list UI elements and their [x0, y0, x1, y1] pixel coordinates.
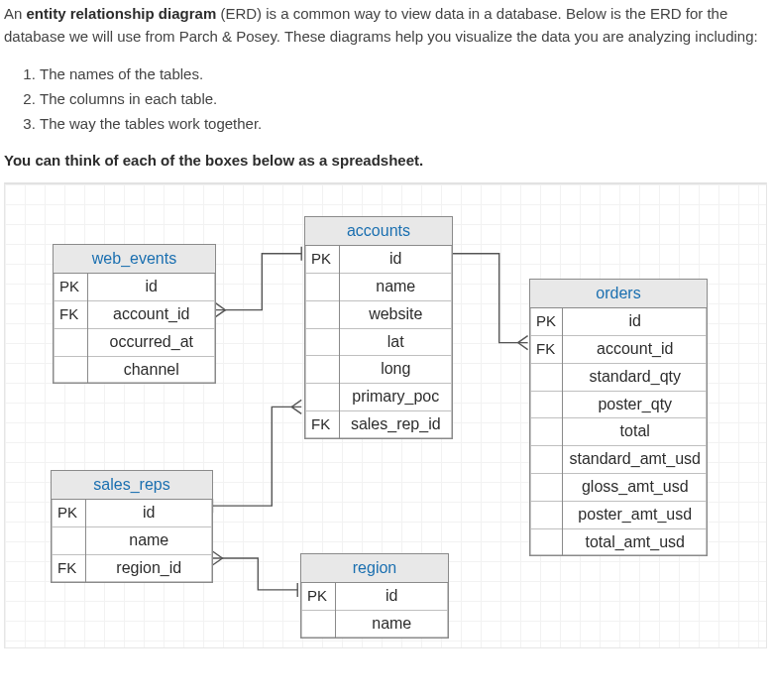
table-title: accounts — [305, 217, 452, 247]
col-cell: poster_qty — [563, 391, 707, 418]
table-accounts: accounts PKid name website lat long prim… — [304, 216, 453, 439]
col-cell: id — [87, 274, 215, 300]
col-cell: total_amt_usd — [563, 528, 707, 555]
intro-list: The names of the tables. The columns in … — [40, 62, 772, 136]
col-cell: sales_rep_id — [339, 411, 452, 438]
col-cell: occurred_at — [87, 328, 215, 356]
erd-diagram: web_events PKid FKaccount_id occurred_at… — [4, 182, 767, 648]
key-cell — [54, 356, 87, 383]
key-cell — [530, 363, 563, 391]
key-cell — [305, 328, 339, 356]
table-title: sales_reps — [52, 471, 212, 501]
col-cell: account_id — [87, 301, 215, 329]
col-cell: channel — [87, 356, 215, 383]
key-cell: PK — [305, 246, 339, 273]
col-cell: long — [339, 356, 452, 384]
key-cell: FK — [52, 554, 85, 581]
intro-paragraph: An entity relationship diagram (ERD) is … — [4, 2, 772, 49]
table-title: orders — [530, 280, 707, 309]
table-region: region PKid name — [300, 553, 449, 639]
table-web-events: web_events PKid FKaccount_id occurred_at… — [53, 244, 216, 385]
col-cell: poster_amt_usd — [563, 501, 707, 528]
col-cell: id — [339, 246, 452, 273]
key-cell — [530, 474, 563, 502]
key-cell: PK — [301, 583, 335, 610]
key-cell: PK — [530, 308, 563, 335]
col-cell: name — [335, 611, 448, 638]
col-cell: standard_amt_usd — [563, 446, 707, 474]
list-item: The names of the tables. — [40, 62, 772, 85]
key-cell — [305, 384, 339, 411]
table-title: region — [301, 554, 448, 584]
key-cell: PK — [52, 500, 85, 526]
bold-sentence: You can think of each of the boxes below… — [4, 149, 772, 172]
list-item: The way the tables work together. — [40, 112, 772, 135]
intro-prefix: An — [4, 5, 27, 22]
col-cell: id — [335, 583, 448, 610]
col-cell: id — [85, 500, 212, 526]
table-sales-reps: sales_reps PKid name FKregion_id — [51, 470, 213, 583]
col-cell: name — [339, 274, 452, 301]
key-cell — [530, 501, 563, 528]
key-cell — [530, 418, 563, 446]
key-cell: PK — [54, 274, 87, 300]
col-cell: id — [563, 308, 707, 335]
col-cell: lat — [339, 328, 452, 356]
key-cell — [305, 356, 339, 384]
col-cell: gloss_amt_usd — [563, 474, 707, 502]
col-cell: total — [563, 418, 707, 446]
table-title: web_events — [54, 245, 215, 275]
key-cell: FK — [54, 301, 87, 329]
key-cell — [301, 611, 335, 638]
key-cell — [52, 527, 85, 555]
table-orders: orders PKid FKaccount_id standard_qty po… — [529, 279, 708, 557]
intro-bold: entity relationship diagram — [27, 5, 217, 22]
list-item: The columns in each table. — [40, 87, 772, 110]
key-cell — [530, 446, 563, 474]
col-cell: name — [85, 527, 212, 555]
key-cell: FK — [530, 336, 563, 364]
key-cell — [530, 528, 563, 555]
key-cell — [530, 391, 563, 418]
key-cell — [305, 274, 339, 301]
col-cell: account_id — [563, 336, 707, 364]
col-cell: primary_poc — [339, 384, 452, 411]
col-cell: standard_qty — [563, 363, 707, 391]
col-cell: website — [339, 300, 452, 328]
key-cell — [305, 300, 339, 328]
col-cell: region_id — [85, 554, 212, 581]
key-cell: FK — [305, 411, 339, 438]
key-cell — [54, 328, 87, 356]
